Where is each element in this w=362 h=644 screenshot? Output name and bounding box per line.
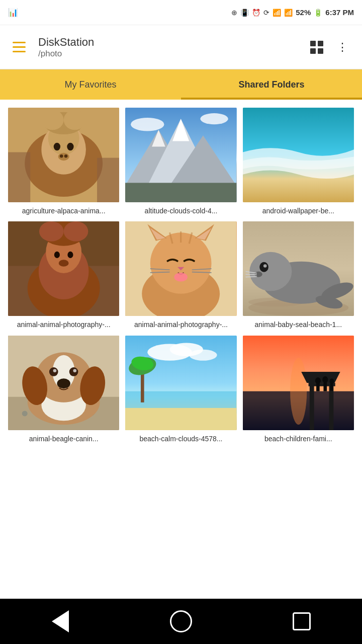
svg-rect-12 [8,152,30,203]
list-item[interactable]: animal-baby-seal-beach-1... [243,221,354,329]
svg-line-45 [150,272,170,273]
svg-point-30 [39,221,64,242]
photo-thumbnail [8,221,119,316]
tab-shared-folders[interactable]: Shared Folders [181,69,362,100]
photo-label: beach-children-fami... [243,434,354,443]
photo-content: agriculture-alpaca-anima... [0,100,362,451]
svg-point-21 [131,118,164,131]
tab-bar: My Favorites Shared Folders [0,69,362,100]
recents-button[interactable] [287,606,317,636]
photo-label: altitude-clouds-cold-4... [125,206,236,215]
svg-point-91 [290,358,307,425]
svg-line-60 [245,274,256,275]
svg-point-9 [58,153,69,160]
photo-thumbnail [8,108,119,202]
svg-point-7 [54,143,60,150]
back-icon [52,610,69,632]
svg-rect-88 [125,408,236,430]
list-item[interactable]: animal-beagle-canin... [8,336,119,443]
svg-rect-99 [323,382,327,391]
svg-marker-95 [301,372,340,383]
list-item[interactable]: altitude-clouds-cold-4... [125,108,236,215]
list-item[interactable]: agriculture-alpaca-anima... [8,108,119,215]
svg-point-33 [67,252,73,258]
svg-point-32 [54,252,60,258]
svg-rect-13 [97,158,119,203]
photo-label: agriculture-alpaca-anima... [8,206,119,215]
photo-thumbnail [125,221,236,316]
photo-label: animal-baby-seal-beach-1... [243,320,354,329]
hamburger-icon [13,46,26,48]
photo-thumbnail [8,336,119,430]
svg-point-22 [201,113,228,124]
list-item[interactable]: animal-animal-photography-... [125,221,236,329]
list-item[interactable]: android-wallpaper-be... [243,108,354,215]
grid-icon [310,41,323,54]
menu-button[interactable] [8,36,30,58]
svg-point-5 [41,110,63,130]
app-title: DiskStation /photo [30,36,306,59]
svg-point-31 [64,221,88,242]
toolbar-actions: ⋮ [306,36,354,58]
svg-point-66 [22,411,28,416]
photo-label: animal-animal-photography-... [8,320,119,329]
svg-point-8 [67,143,73,150]
svg-line-47 [192,272,212,273]
hamburger-icon [13,51,26,52]
svg-point-98 [322,376,328,382]
signal-icon: 📶 [284,9,293,17]
list-item[interactable]: beach-calm-clouds-4578... [125,336,236,443]
photo-thumbnail [243,108,354,202]
svg-point-6 [64,110,86,130]
recents-icon [293,612,311,630]
list-item[interactable]: animal-animal-photography-... [8,221,119,329]
home-icon [170,610,192,632]
alarm-icon: ⏰ [252,9,260,17]
svg-point-96 [315,377,321,384]
svg-point-55 [249,252,292,291]
svg-point-78 [73,369,76,372]
toolbar: DiskStation /photo ⋮ [0,25,362,69]
svg-point-34 [59,260,69,267]
svg-point-11 [64,154,68,158]
vibrate-icon: 📳 [240,9,249,17]
status-left: 📊 [8,8,18,17]
wifi-icon: 📶 [273,9,281,17]
photo-thumbnail [125,336,236,430]
bottom-nav-bar [0,599,362,644]
svg-point-77 [53,369,57,372]
grid-view-button[interactable] [306,36,328,58]
svg-line-61 [245,277,256,277]
svg-point-43 [174,273,188,282]
svg-point-79 [57,378,70,388]
status-bar: 📊 ⊕ 📳 ⏰ ⟳ 📶 📶 52% 🔋 6:37 PM [0,0,362,25]
svg-rect-101 [330,383,333,390]
photo-thumbnail [243,336,354,430]
photo-label: beach-calm-clouds-4578... [125,434,236,443]
svg-rect-20 [125,183,236,202]
svg-point-83 [190,349,217,360]
tab-my-favorites[interactable]: My Favorites [0,69,181,100]
photo-grid: agriculture-alpaca-anima... [8,108,354,443]
photo-label: animal-animal-photography-... [125,320,236,329]
home-button[interactable] [166,606,196,636]
svg-rect-97 [316,383,320,391]
sync-icon: ⟳ [263,9,269,17]
app-name: DiskStation [38,36,306,49]
svg-rect-92 [309,383,314,430]
more-options-button[interactable]: ⋮ [332,36,354,58]
back-button[interactable] [45,606,75,636]
photo-label: animal-beagle-canin... [8,434,119,443]
list-item[interactable]: beach-children-fami... [243,336,354,443]
status-right: ⊕ 📳 ⏰ ⟳ 📶 📶 52% 🔋 6:37 PM [231,8,354,17]
photo-thumbnail [243,221,354,316]
photo-thumbnail [125,108,236,202]
app-path: /photo [38,49,306,59]
svg-point-100 [329,378,334,384]
svg-point-10 [60,154,63,158]
clock: 6:37 PM [325,8,354,17]
svg-point-57 [263,265,267,268]
photo-label: android-wallpaper-be... [243,206,354,215]
location-icon: ⊕ [231,9,237,17]
activity-icon: 📊 [8,8,18,17]
